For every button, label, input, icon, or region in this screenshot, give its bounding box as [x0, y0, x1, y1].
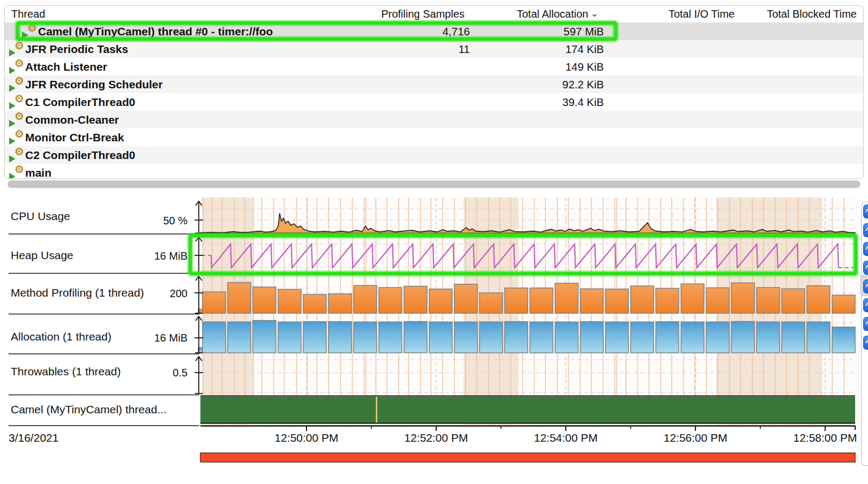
legend-arc-glyph: [864, 263, 868, 273]
axis-tick-label-2: 16 MiB: [154, 249, 188, 262]
annotation-marker-selected-thread: [16, 21, 617, 41]
thread-name: JFR Periodic Tasks: [25, 40, 128, 58]
thread-row-4[interactable]: ⚙JFR Recording Scheduler92.2 KiB: [5, 75, 863, 93]
thread-gear-icon: ⚙: [14, 127, 24, 140]
time-tick-label: 12:52:00 PM: [404, 430, 468, 446]
thread-row-5[interactable]: ⚙C1 CompilerThread039.4 KiB: [5, 93, 863, 111]
date-label: 3/16/2021: [9, 432, 58, 444]
thread-gear-icon: ⚙: [14, 39, 24, 52]
legend-flag-icon-8[interactable]: [863, 336, 868, 350]
axis-tick-label-3: 200: [170, 287, 188, 300]
time-tick-label: 12:54:00 PM: [534, 430, 597, 446]
legend-flag-icon-5[interactable]: [863, 279, 868, 293]
thread-icon: ⚙: [9, 131, 24, 145]
lane-label-1: CPU Usage: [11, 209, 70, 223]
thread-gear-icon: ⚙: [14, 163, 24, 176]
thread-icon: ⚙: [9, 95, 24, 109]
thread-gear-icon: ⚙: [14, 74, 24, 87]
thread-name: Common-Cleaner: [25, 111, 119, 128]
thread-row-3[interactable]: ⚙Attach Listener149 KiB: [5, 58, 863, 75]
column-header-total-allocation[interactable]: Total Allocation⌄: [517, 6, 598, 22]
thread-row-8[interactable]: ⚙C2 CompilerThread0: [5, 146, 863, 164]
thread-row-6[interactable]: ⚙Common-Cleaner: [5, 111, 863, 128]
thread-row-9[interactable]: ⚙main: [5, 164, 863, 179]
thread-icon: ⚙: [9, 42, 24, 56]
thread-icon: ⚙: [9, 148, 24, 162]
thread-gear-icon: ⚙: [14, 92, 24, 105]
thread-name: C2 CompilerThread0: [25, 146, 135, 164]
column-header-total-blocked-time[interactable]: Total Blocked Time: [767, 6, 857, 22]
thread-name: main: [25, 164, 51, 179]
thread-gear-icon: ⚙: [14, 145, 24, 158]
profiler-window: { "table": { "columns": [ {"label": "Thr…: [0, 0, 868, 484]
legend-flag-icon-2[interactable]: [863, 223, 868, 237]
legend-flag-icon-6[interactable]: [863, 298, 868, 312]
lane-label-3: Method Profiling (1 thread): [11, 286, 144, 300]
column-header-total-io-time[interactable]: Total I/O Time: [669, 6, 735, 22]
time-axis-labels: 12:50:00 PM12:52:00 PM12:54:00 PM12:56:0…: [200, 430, 859, 447]
table-header-row: Thread Profiling Samples Total Allocatio…: [5, 6, 863, 23]
time-tick-label: 12:58:00 PM: [793, 430, 857, 446]
column-header-profiling-samples[interactable]: Profiling Samples: [381, 6, 465, 22]
thread-name: Monitor Ctrl-Break: [25, 128, 124, 146]
time-tick-label: 12:56:00 PM: [663, 430, 727, 446]
legend-arc-glyph: [864, 338, 868, 347]
axis-tick-label-1: 50 %: [163, 214, 188, 227]
cell-allocation: 39.4 KiB: [563, 93, 604, 111]
lane-label-4: Allocation (1 thread): [11, 330, 111, 344]
chart-legend-panel: [861, 201, 868, 466]
axis-tick-label-4: 16 MiB: [154, 331, 188, 344]
thread-icon: ⚙: [9, 113, 24, 127]
legend-flag-icon-7[interactable]: [863, 317, 868, 331]
horizontal-scrollbar[interactable]: [8, 180, 860, 188]
time-tick-label: 12:50:00 PM: [274, 430, 338, 446]
thread-row-7[interactable]: ⚙Monitor Ctrl-Break: [5, 128, 863, 146]
sort-descending-icon[interactable]: ⌄: [590, 6, 598, 22]
thread-gear-icon: ⚙: [14, 57, 24, 70]
axis-tick-label-5: 0.5: [173, 366, 188, 379]
thread-icon: ⚙: [9, 78, 24, 92]
legend-arc-glyph: [864, 300, 868, 310]
legend-arc-glyph: [864, 207, 868, 216]
column-header-thread[interactable]: Thread: [11, 6, 45, 22]
cell-allocation: 92.2 KiB: [563, 75, 604, 93]
legend-flag-icon-1[interactable]: [863, 205, 868, 218]
legend-arc-glyph: [864, 319, 868, 329]
legend-arc-glyph: [864, 282, 868, 291]
thread-icon: ⚙: [9, 60, 24, 74]
cell-allocation: 174 KiB: [565, 40, 604, 58]
table-body: ⚙Camel (MyTinyCamel) thread #0 - timer:/…: [5, 22, 863, 178]
legend-arc-glyph: [864, 225, 868, 235]
legend-arc-glyph: [864, 244, 868, 254]
annotation-marker-heap-lane: [189, 234, 857, 275]
lane-label-2: Heap Usage: [11, 248, 73, 262]
cell-samples: 11: [459, 40, 470, 58]
thread-gear-icon: ⚙: [14, 110, 24, 123]
thread-row-2[interactable]: ⚙JFR Periodic Tasks11174 KiB: [5, 40, 863, 58]
cell-allocation: 149 KiB: [565, 58, 604, 75]
lane-label-6: Camel (MyTinyCamel) thread...: [11, 403, 167, 417]
lane-label-5: Throwables (1 thread): [11, 365, 121, 379]
legend-flag-icon-4[interactable]: [863, 261, 868, 275]
thread-name: C1 CompilerThread0: [25, 93, 135, 111]
thread-name: JFR Recording Scheduler: [25, 75, 163, 93]
thread-icon: ⚙: [9, 166, 24, 179]
legend-flag-icon-3[interactable]: [863, 242, 868, 256]
thread-name: Attach Listener: [25, 58, 107, 75]
